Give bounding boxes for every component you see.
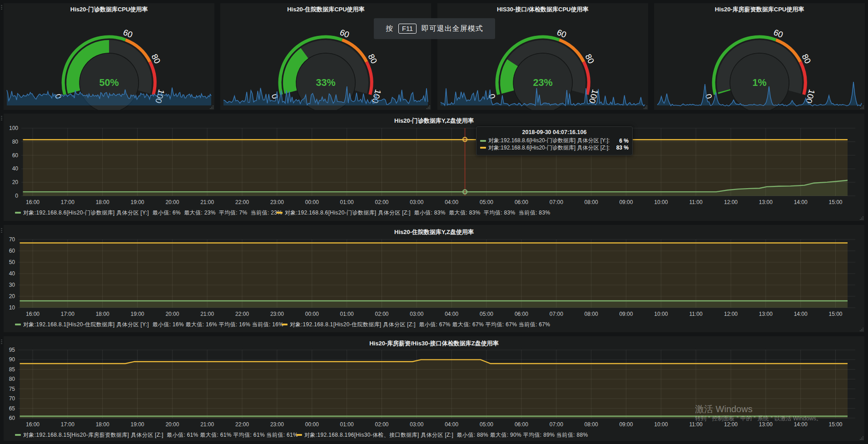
svg-text:10:00: 10:00 (654, 311, 668, 317)
svg-text:10:00: 10:00 (654, 199, 668, 205)
svg-text:40: 40 (9, 270, 15, 277)
svg-text:02:00: 02:00 (375, 199, 388, 205)
svg-text:18:00: 18:00 (96, 421, 109, 428)
svg-text:05:00: 05:00 (480, 199, 493, 205)
svg-text:33%: 33% (316, 77, 336, 88)
svg-text:19:00: 19:00 (130, 311, 144, 317)
svg-text:23:00: 23:00 (270, 199, 284, 205)
svg-text:80: 80 (9, 376, 15, 382)
svg-text:01:00: 01:00 (340, 311, 354, 317)
svg-text:17:00: 17:00 (61, 311, 74, 317)
svg-text:22:00: 22:00 (235, 421, 249, 428)
svg-text:70: 70 (9, 236, 15, 243)
svg-text:60: 60 (12, 152, 19, 159)
svg-text:02:00: 02:00 (375, 421, 388, 428)
svg-text:08:00: 08:00 (585, 311, 598, 317)
svg-text:06:00: 06:00 (515, 311, 528, 317)
svg-text:10: 10 (9, 304, 15, 311)
svg-text:09:00: 09:00 (619, 421, 633, 428)
svg-text:85: 85 (9, 366, 15, 373)
svg-text:70: 70 (9, 395, 15, 402)
svg-text:16:00: 16:00 (26, 421, 40, 428)
svg-text:06:00: 06:00 (515, 421, 528, 428)
svg-text:04:00: 04:00 (445, 199, 458, 205)
svg-text:07:00: 07:00 (550, 311, 563, 317)
svg-text:100: 100 (9, 125, 18, 131)
svg-text:40: 40 (12, 165, 19, 172)
svg-text:21:00: 21:00 (200, 199, 214, 205)
svg-text:23:00: 23:00 (270, 311, 284, 317)
svg-text:20: 20 (12, 179, 19, 185)
svg-text:21:00: 21:00 (200, 421, 214, 428)
svg-text:23%: 23% (533, 77, 552, 88)
svg-text:03:00: 03:00 (410, 421, 423, 428)
svg-text:20:00: 20:00 (165, 311, 179, 317)
svg-text:04:00: 04:00 (445, 421, 458, 428)
svg-text:0: 0 (15, 193, 18, 199)
svg-text:0: 0 (270, 93, 280, 100)
svg-text:08:00: 08:00 (585, 421, 598, 428)
svg-text:22:00: 22:00 (235, 199, 249, 205)
svg-text:05:00: 05:00 (480, 311, 493, 317)
svg-text:15:00: 15:00 (828, 421, 842, 428)
svg-text:14:00: 14:00 (794, 311, 808, 317)
svg-text:07:00: 07:00 (550, 421, 563, 428)
svg-text:11:00: 11:00 (689, 311, 703, 317)
svg-text:17:00: 17:00 (61, 421, 74, 428)
svg-text:30: 30 (9, 282, 15, 288)
svg-text:18:00: 18:00 (96, 311, 109, 317)
svg-text:13:00: 13:00 (759, 311, 773, 317)
svg-text:19:00: 19:00 (130, 199, 144, 205)
svg-text:17:00: 17:00 (61, 199, 74, 205)
svg-text:90: 90 (9, 356, 15, 363)
svg-text:15:00: 15:00 (828, 199, 842, 205)
svg-text:22:00: 22:00 (235, 311, 249, 317)
svg-text:08:00: 08:00 (585, 199, 598, 205)
svg-text:00:00: 00:00 (305, 199, 319, 205)
svg-text:50%: 50% (99, 77, 119, 88)
svg-text:00:00: 00:00 (305, 311, 319, 317)
svg-text:12:00: 12:00 (724, 311, 738, 317)
svg-text:01:00: 01:00 (340, 421, 354, 428)
svg-text:09:00: 09:00 (619, 199, 633, 205)
svg-text:06:00: 06:00 (515, 199, 528, 205)
svg-text:04:00: 04:00 (445, 311, 458, 317)
svg-text:02:00: 02:00 (375, 311, 388, 317)
svg-text:12:00: 12:00 (724, 199, 738, 205)
svg-text:09:00: 09:00 (619, 311, 633, 317)
svg-text:03:00: 03:00 (410, 311, 423, 317)
svg-text:13:00: 13:00 (759, 199, 773, 205)
svg-text:03:00: 03:00 (410, 199, 423, 205)
svg-text:00:00: 00:00 (305, 421, 319, 428)
svg-text:10:00: 10:00 (654, 421, 668, 428)
svg-text:60: 60 (9, 415, 15, 421)
svg-text:20:00: 20:00 (165, 421, 179, 428)
svg-text:15:00: 15:00 (828, 311, 842, 317)
svg-text:07:00: 07:00 (550, 199, 563, 205)
svg-text:75: 75 (9, 386, 15, 392)
svg-text:01:00: 01:00 (340, 199, 354, 205)
svg-text:20:00: 20:00 (165, 199, 179, 205)
svg-text:21:00: 21:00 (200, 311, 214, 317)
svg-text:20: 20 (9, 293, 15, 299)
svg-text:16:00: 16:00 (26, 311, 40, 317)
svg-text:1%: 1% (752, 77, 766, 88)
svg-text:65: 65 (9, 405, 15, 412)
svg-text:95: 95 (9, 347, 15, 353)
svg-text:05:00: 05:00 (480, 421, 493, 428)
svg-text:60: 60 (9, 248, 15, 254)
svg-text:11:00: 11:00 (689, 199, 703, 205)
svg-text:80: 80 (12, 139, 19, 145)
svg-text:16:00: 16:00 (26, 199, 40, 205)
svg-text:23:00: 23:00 (270, 421, 284, 428)
svg-text:18:00: 18:00 (96, 199, 109, 205)
svg-text:50: 50 (9, 259, 15, 265)
svg-text:14:00: 14:00 (794, 199, 808, 205)
svg-text:19:00: 19:00 (130, 421, 144, 428)
